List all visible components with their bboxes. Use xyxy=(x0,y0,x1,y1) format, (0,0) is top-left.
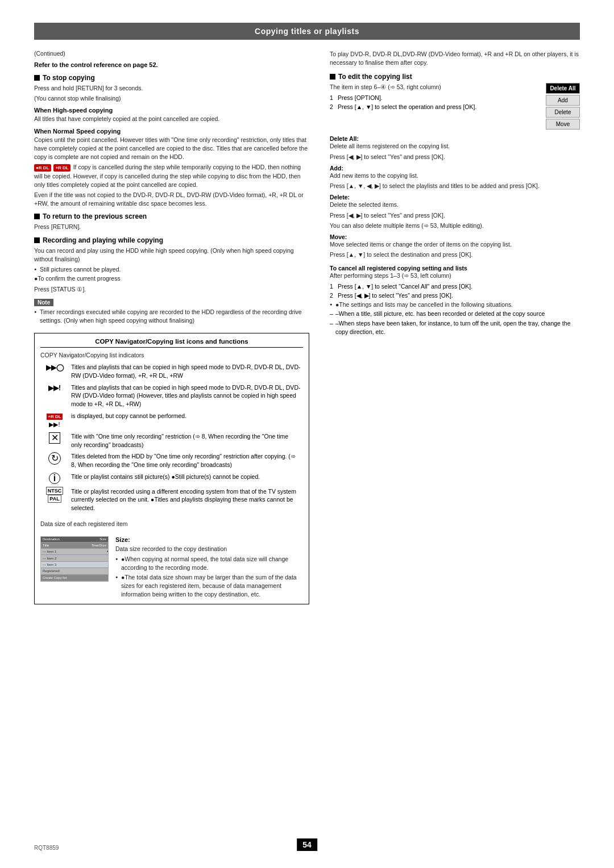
cancel-dash1: –When a title, still picture, etc. has b… xyxy=(330,310,580,318)
edit-intro: The item in step 6–④ (➾ 53, right column… xyxy=(330,83,540,91)
size-row-dark: TitleTime/Size xyxy=(41,542,108,549)
right-top-text: To play DVD-R, DVD-R DL,DVD-RW (DVD-Vide… xyxy=(330,50,580,67)
refer-line: Refer to the control reference on page 5… xyxy=(34,61,309,68)
square-icon-3 xyxy=(34,237,40,243)
icon-cell-2: +R DL ▶▶! xyxy=(40,410,69,431)
edit-step2: 2Press [▲, ▼] to select the operation an… xyxy=(330,103,540,111)
normal-speed-heading: When Normal Speed copying xyxy=(34,128,309,135)
icon-cell-1: ▶▶! xyxy=(40,382,69,410)
edit-section: The item in step 6–④ (➾ 53, right column… xyxy=(330,83,580,130)
stop-body1: Press and hold [RETURN] for 3 seconds. xyxy=(34,84,309,93)
size-arrow: ← xyxy=(106,547,109,555)
delete-press: Press [◀, ▶] to select "Yes" and press [… xyxy=(330,211,580,220)
size-heading: Size: xyxy=(115,536,303,543)
add-section: Add: Add new items to the copying list. … xyxy=(330,165,580,190)
icon-row-5: i Title or playlist contains still pictu… xyxy=(40,471,303,486)
cancel-heading: To cancel all registered copying setting… xyxy=(330,265,580,272)
badge-text-line: ●R DL +R DL If copy is cancelled during … xyxy=(34,163,309,189)
page-footer: RQT8859 xyxy=(34,845,59,851)
extra-body: Even if the title was not copied to the … xyxy=(34,191,309,208)
add-press: Press [▲, ▼, ◀, ▶] to select the playlis… xyxy=(330,182,580,190)
note-label: Note xyxy=(34,299,53,306)
add-body: Add new items to the copying list. xyxy=(330,172,580,180)
right-column: To play DVD-R, DVD-R DL,DVD-RW (DVD-Vide… xyxy=(330,50,580,604)
continued-label: (Continued) xyxy=(34,50,309,57)
cancel-step2: 2Press [◀, ▶] to select "Yes" and press … xyxy=(330,291,580,300)
cancel-note: ●The settings and lists may be cancelled… xyxy=(330,301,580,309)
icon-row-4: ↻ Titles deleted from the HDD by "One ti… xyxy=(40,450,303,470)
copy-nav-box: COPY Navigator/Copying list icons and fu… xyxy=(34,333,309,604)
plus-rdl-badge: +R DL xyxy=(53,164,70,172)
recording-playing-heading: Recording and playing while copying xyxy=(34,236,309,244)
size-row-4: Registered: xyxy=(41,568,108,574)
icon-desc-4: Titles deleted from the HDD by "One time… xyxy=(69,450,303,470)
size-area: Data size of each registered item Destin… xyxy=(40,520,303,600)
previous-screen-heading: To return to the previous screen xyxy=(34,212,309,220)
recording-playing-body: You can record and play using the HDD wh… xyxy=(34,247,309,264)
icon-desc-6: Title or playlist recorded using a diffe… xyxy=(69,486,303,514)
delete-all-btn[interactable]: Delete All xyxy=(546,83,580,94)
stop-copying-heading: To stop copying xyxy=(34,74,309,82)
delete-body: Delete the selected items. xyxy=(330,201,580,209)
page-number: 54 xyxy=(297,838,317,851)
high-speed-heading: When High-speed copying xyxy=(34,107,309,114)
cancel-dash2: –When steps have been taken, for instanc… xyxy=(330,319,580,336)
move-btn[interactable]: Move xyxy=(546,119,580,130)
icon-row-1: ▶▶! Titles and playlists that can be cop… xyxy=(40,382,303,410)
copy-nav-indicator-label: COPY Navigator/Copying list indicators xyxy=(40,351,303,360)
delete-all-section: Delete All: Delete all items registered … xyxy=(330,135,580,161)
move-body: Move selected items or change the order … xyxy=(330,240,580,249)
edit-step1: 1Press [OPTION]. xyxy=(330,94,540,102)
delete-section: Delete: Delete the selected items. Press… xyxy=(330,194,580,230)
confirm-progress-body: Press [STATUS ①]. xyxy=(34,285,309,294)
rqt-code: RQT8859 xyxy=(34,845,59,851)
edit-sidebar: Delete All Add Delete Move xyxy=(546,83,580,130)
two-column-layout: (Continued) Refer to the control referen… xyxy=(34,50,580,604)
icon-desc-0: Titles and playlists that can be copied … xyxy=(69,361,303,381)
square-icon xyxy=(34,75,40,81)
icon-desc-5: Title or playlist contains still picture… xyxy=(69,471,303,486)
copy-nav-heading: COPY Navigator/Copying list icons and fu… xyxy=(40,338,303,348)
icon-cell-5: i xyxy=(40,471,69,486)
icon-row-6: NTSC PAL Title or playlist recorded usin… xyxy=(40,486,303,514)
size-row-3: — Item 3 xyxy=(41,562,108,568)
confirm-progress-heading: ●To confirm the current progress xyxy=(34,274,309,283)
size-row-2: — Item 2 xyxy=(41,555,108,561)
size-label-area: Size: Data size recorded to the copy des… xyxy=(115,536,303,599)
size-desc1: Data size recorded to the copy destinati… xyxy=(115,545,303,553)
edit-list-heading: To edit the copying list xyxy=(330,73,580,81)
move-heading: Move: xyxy=(330,233,580,240)
page-number-area: 54 xyxy=(297,838,317,851)
edit-main: The item in step 6–④ (➾ 53, right column… xyxy=(330,83,540,130)
delete-all-body: Delete all items registered on the copyi… xyxy=(330,142,580,151)
add-btn[interactable]: Add xyxy=(546,95,580,106)
move-section: Move: Move selected items or change the … xyxy=(330,233,580,259)
page-header: Copying titles or playlists xyxy=(34,23,580,40)
delete-multi: You can also delete multiple items (➾ 53… xyxy=(330,222,580,230)
icon-desc-3: Title with "One time only recording" res… xyxy=(69,431,303,450)
cancel-step1: 1Press [▲, ▼] to select "Cancel All" and… xyxy=(330,282,580,291)
icon-desc-1: Titles and playlists that can be copied … xyxy=(69,382,303,410)
size-desc3: ●The total data size shown may be larger… xyxy=(115,573,303,599)
size-image-mock: DestinationSize TitleTime/Size — Item 1 … xyxy=(40,536,109,582)
high-speed-body: All titles that have completely copied a… xyxy=(34,115,309,123)
add-heading: Add: xyxy=(330,165,580,172)
rdl-badge: ●R DL xyxy=(34,164,51,172)
delete-all-heading: Delete All: xyxy=(330,135,580,142)
icon-cell-4: ↻ xyxy=(40,450,69,470)
cancel-intro: After performing steps 1–3 (➾ 53, left c… xyxy=(330,272,580,280)
size-img-inner: DestinationSize TitleTime/Size — Item 1 … xyxy=(41,537,108,581)
note-bullet: Timer recordings executed while copying … xyxy=(34,308,309,325)
delete-btn[interactable]: Delete xyxy=(546,107,580,118)
left-column: (Continued) Refer to the control referen… xyxy=(34,50,309,604)
size-row-header: DestinationSize xyxy=(41,537,108,542)
icon-row-3: ✕ Title with "One time only recording" r… xyxy=(40,431,303,450)
size-label: Data size of each registered item xyxy=(40,520,303,528)
size-desc2: ●When copying at normal speed, the total… xyxy=(115,555,303,572)
previous-screen-body: Press [RETURN]. xyxy=(34,223,309,231)
note-area: Note Timer recordings executed while cop… xyxy=(34,297,309,325)
stop-body2: (You cannot stop while finalising) xyxy=(34,94,309,103)
icon-desc-2: is displayed, but copy cannot be perform… xyxy=(69,410,303,431)
icon-cell-0: ▶▶◯ xyxy=(40,361,69,381)
delete-heading: Delete: xyxy=(330,194,580,201)
